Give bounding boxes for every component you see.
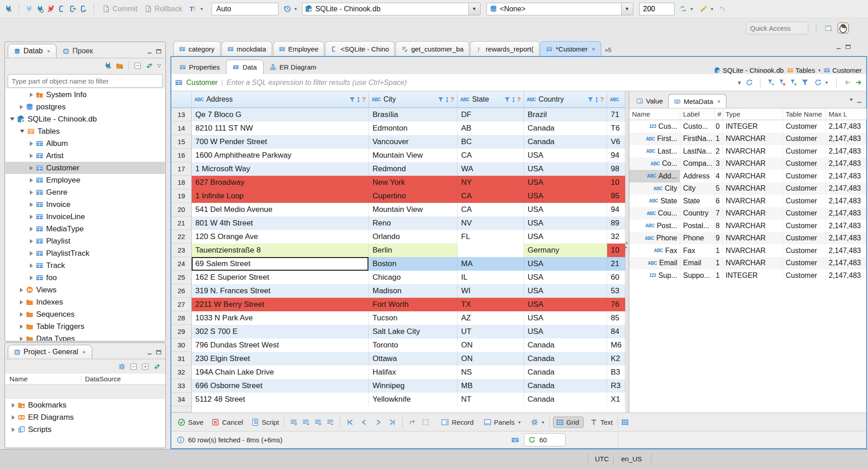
text-view-button[interactable]: Text (588, 418, 615, 426)
editor-tab-rewards-report-[interactable]: frewards_report( (470, 41, 539, 56)
tree-collapsed-icon[interactable] (30, 141, 33, 146)
grid-cell[interactable]: CA (458, 149, 524, 162)
grid-cell[interactable]: AZ (458, 311, 524, 325)
grid-cell[interactable]: USA (524, 230, 607, 244)
maximize-icon[interactable] (845, 43, 851, 50)
grid-cell[interactable]: USA (524, 311, 607, 325)
grid-cell[interactable]: WI (458, 284, 524, 298)
tree-collapsed-icon[interactable] (30, 227, 33, 231)
tree-item-table-triggers[interactable]: Table Triggers (5, 320, 165, 333)
maximize-icon[interactable] (156, 48, 162, 54)
script-button[interactable]: S Script (250, 418, 281, 426)
grid-cell[interactable]: 10 (607, 244, 625, 257)
row-number[interactable]: 30 (171, 338, 192, 352)
grid-cell[interactable]: 2211 W Berry Street (192, 298, 369, 311)
grid-cell[interactable]: NT (458, 393, 524, 406)
collapse-all-icon[interactable] (134, 62, 142, 70)
metadata-row-email[interactable]: ABCEmailEmail1NVARCHARCustomer2,147,483 (629, 257, 866, 270)
grid-cell[interactable]: 1033 N Park Ave (192, 311, 369, 325)
filter-history-icon[interactable]: ▼ (737, 80, 742, 85)
first-row-icon[interactable] (346, 418, 354, 426)
grid-cell[interactable]: USA (524, 284, 607, 298)
connect-icon[interactable] (25, 5, 33, 13)
row-number[interactable]: 32 (171, 366, 192, 379)
tree-item-album[interactable]: Album (5, 137, 165, 150)
tree-item-sqlite-chinook-db[interactable]: SQLite - Chinook.db (5, 113, 165, 125)
grid-cell[interactable]: 53 (607, 284, 625, 298)
grid-cell[interactable]: 230 Elgin Street (192, 352, 369, 366)
grid-cell[interactable]: Canada (524, 352, 607, 366)
grid-cell[interactable]: USA (524, 149, 607, 162)
grid-cell[interactable]: Orlando (369, 230, 458, 244)
grid-cell[interactable]: USA (524, 271, 607, 284)
tab-database-navigator[interactable]: Datab × (8, 44, 57, 58)
breadcrumb-item[interactable]: SQLite - Chinook.db (714, 66, 784, 74)
grid-cell[interactable]: Germany (524, 244, 607, 257)
metadata-column-4[interactable]: Table Name (783, 108, 826, 120)
row-number[interactable]: 29 (171, 325, 192, 338)
commit-button[interactable]: Commit (100, 5, 139, 13)
tree-collapsed-icon[interactable] (20, 105, 23, 109)
grid-cell[interactable]: 120 S Orange Ave (192, 230, 369, 244)
grid-cell[interactable]: Canada (524, 379, 607, 393)
grid-cell[interactable]: Madison (369, 284, 458, 298)
minimize-icon[interactable] (146, 48, 153, 54)
tree-item-indexes[interactable]: Indexes (5, 296, 165, 308)
link-with-editor-icon[interactable] (153, 363, 161, 371)
tree-item-data-types[interactable]: Data Types (5, 333, 165, 341)
tree-collapsed-icon[interactable] (30, 239, 33, 244)
editor-tab-mockdata[interactable]: mockdata (222, 41, 272, 56)
tree-collapsed-icon[interactable] (20, 288, 23, 292)
row-number[interactable]: 26 (171, 284, 192, 298)
filter-funnel-icon[interactable] (349, 96, 355, 103)
grid-cell[interactable]: 84 (607, 325, 625, 338)
tree-collapsed-icon[interactable] (30, 178, 33, 183)
tree-item-genre[interactable]: Genre (5, 186, 165, 198)
row-number[interactable]: 31 (171, 352, 192, 366)
editor-tab--customer[interactable]: *Customer× (540, 41, 601, 56)
editor-tab--sqlite-chino[interactable]: <SQLite - Chino (325, 41, 395, 56)
metadata-column-3[interactable]: Type (723, 108, 783, 120)
grid-corner-cell[interactable] (171, 91, 192, 108)
next-row-icon[interactable] (374, 418, 382, 426)
column-header-state[interactable]: ABCState? (458, 91, 524, 108)
subtab-properties[interactable]: Properties (173, 60, 226, 74)
grid-cell[interactable]: 85 (607, 311, 625, 325)
grid-cell[interactable]: Cupertino (369, 189, 458, 203)
save-filter-icon[interactable]: + (790, 79, 797, 86)
row-number[interactable]: 15 (171, 135, 192, 149)
metadata-row-suppo-[interactable]: 123Sup...Suppo...1INTEGERCustomer2,147,4… (629, 269, 866, 282)
grid-cell[interactable]: 319 N. Frances Street (192, 284, 369, 298)
row-number[interactable]: 33 (171, 379, 192, 393)
tree-collapsed-icon[interactable] (20, 312, 23, 317)
grid-cell[interactable]: USA (524, 176, 607, 189)
grid-cell[interactable]: Tauentzienstraße 8 (192, 244, 369, 257)
metadata-row-compa-[interactable]: ABCCo...Compa...3NVARCHARCustomer2,147,4… (629, 158, 866, 170)
row-number[interactable]: 22 (171, 230, 192, 244)
grid-cell[interactable]: 95 (607, 189, 625, 203)
new-sql-editor-icon[interactable]: + (80, 5, 87, 13)
editor-tab-get-customer-ba[interactable]: get_customer_ba (396, 41, 469, 56)
tree-collapsed-icon[interactable] (12, 403, 15, 408)
row-number[interactable]: 20 (171, 203, 192, 216)
grid-cell[interactable]: V6 (607, 135, 625, 149)
tree-item-system-info[interactable]: iSystem Info (5, 89, 165, 101)
row-number[interactable]: 17 (171, 162, 192, 176)
column-header-country[interactable]: ABCCountry? (524, 91, 607, 108)
grid-cell[interactable]: USA (524, 325, 607, 338)
grid-cell[interactable]: X1 (607, 393, 625, 406)
metadata-column-2[interactable]: # (715, 108, 723, 120)
grid-cell[interactable]: NS (458, 366, 524, 379)
grid-cell[interactable]: CA (458, 203, 524, 216)
collapse-all-icon[interactable] (130, 363, 137, 371)
column-header-address[interactable]: ABCAddress? (192, 91, 369, 108)
back-icon[interactable] (844, 79, 851, 86)
column-hint-icon[interactable]: ? (517, 96, 521, 103)
open-sql-console-icon[interactable] (69, 5, 76, 13)
grid-cell[interactable]: 98 (607, 162, 625, 176)
row-number[interactable]: 28 (171, 311, 192, 325)
tree-collapsed-icon[interactable] (30, 251, 33, 256)
disconnect-icon[interactable] (47, 5, 55, 13)
close-icon[interactable]: × (592, 46, 595, 52)
filter-expression-input[interactable]: Enter a SQL expression to filter results… (226, 79, 733, 87)
